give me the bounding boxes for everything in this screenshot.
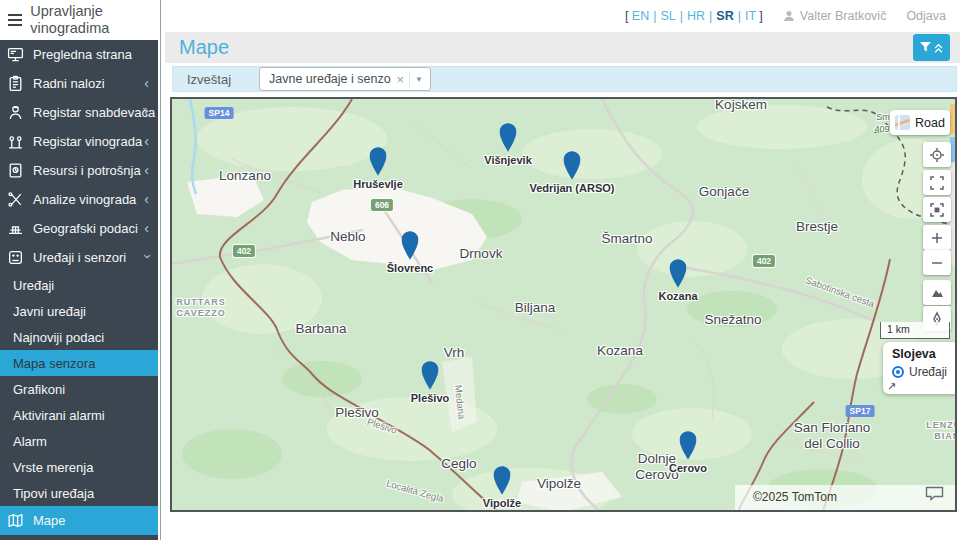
chevron-down-icon: ‹ [140,253,154,258]
road-badge: 606 [371,199,393,211]
chevron-left-icon: ‹ [144,221,149,235]
language-link-sr[interactable]: SR [716,9,733,23]
filter-funnel-icon [920,42,931,53]
road-badge: SP14 [205,107,234,119]
map-pin[interactable] [564,151,581,180]
sidebar-item-radni-nalozi[interactable]: Radni nalozi‹ [0,69,158,98]
sidebar-item-label: Pregledna strana [33,47,132,62]
chevron-left-icon: ‹ [144,163,149,177]
chevron-left-icon: ‹ [144,134,149,148]
clipboard-icon [4,75,26,93]
sidebar-item-mape[interactable]: Mape [0,506,158,535]
expand-arrow-icon[interactable]: ↗ [887,380,896,393]
chevron-left-icon: ‹ [144,76,149,90]
sidebar-item-label: Javni uređaji [13,304,86,319]
zoom-in-button[interactable] [923,225,951,250]
supplier-icon [4,104,26,122]
chevron-left-icon: ‹ [144,105,149,119]
map-style-label: Road [915,116,945,130]
resources-icon [4,162,26,180]
sidebar-item-label: Radni nalozi [33,76,105,91]
center-map-button[interactable] [923,197,951,222]
language-link-hr[interactable]: HR [687,9,705,23]
sidebar-item-grafikoni[interactable]: Grafikoni [0,376,158,402]
separator: | [738,9,741,23]
sidebar-item-mapa-senzora[interactable]: Mapa senzora [0,350,158,376]
user-icon [783,10,795,22]
page-title: Mape [179,36,229,59]
map-icon [4,512,26,530]
sidebar-item-label: Alarm [13,434,47,449]
filter-label: Izveštaj [187,72,249,87]
road-badge: 402 [753,255,775,267]
feedback-bubble-icon[interactable] [925,486,944,505]
sidebar-item-label: Analize vinograda [33,192,136,207]
zoom-out-button[interactable] [923,250,951,275]
hamburger-menu-icon[interactable] [8,14,22,26]
sidebar-item-najnoviji-podaci[interactable]: Najnoviji podaci [0,324,158,350]
app-title: Upravljanje vinogradima [30,3,154,36]
sidebar-item-uredjaji[interactable]: Uređaji [0,272,158,298]
sidebar-item-label: Vrste merenja [13,460,93,475]
sidebar-item-label: Resursi i potrošnja [33,163,141,178]
sidebar-item-javni-uredjaji[interactable]: Javni uređaji [0,298,158,324]
fullscreen-button[interactable] [923,170,951,195]
map-pin[interactable] [370,147,387,176]
sidebar-item-label: Aktivirani alarmi [13,408,105,423]
language-link-sl[interactable]: SL [660,9,675,23]
language-switcher: [ EN|SL|HR|SR|IT ] [625,9,763,23]
language-link-en[interactable]: EN [632,9,649,23]
sidebar-item-label: Najnoviji podaci [13,330,104,345]
map-pin[interactable] [422,361,439,390]
language-link-it[interactable]: IT [745,9,756,23]
map-style-button[interactable]: Road [890,110,950,135]
chevron-left-icon: ‹ [144,192,149,206]
terrain-pitch-button[interactable] [923,280,951,305]
sidebar-item-label: Mapa senzora [13,356,95,371]
sensors-icon [4,249,26,267]
geolocate-button[interactable] [923,142,951,167]
map-canvas[interactable]: KojskemLonzanoNebloDrnovkGonjačeŠmartnoB… [170,97,957,512]
map-pin[interactable] [670,259,687,288]
map-pin[interactable] [402,231,419,260]
report-dropdown[interactable]: Javne uređaje i senzori × ▼ [259,67,431,91]
sidebar-item-pregledna-strana[interactable]: Pregledna strana [0,40,158,69]
sidebar-item-label: Geografski podaci [33,221,138,236]
map-scale: 1 km [880,322,950,339]
separator: | [680,9,683,23]
topbar: [ EN|SL|HR|SR|IT ] Valter Bratkovič Odja… [165,0,960,32]
sidebar-item-geografski-podaci[interactable]: Geografski podaci‹ [0,214,158,243]
filter-toggle-button[interactable] [913,34,950,61]
sidebar-item-tipovi-uredjaja[interactable]: Tipovi uređaja [0,480,158,506]
vineyard-icon [4,133,26,151]
radio-checked-icon[interactable] [892,366,904,378]
map-pin[interactable] [680,431,697,460]
sidebar-item-label: Uređaji [13,278,54,293]
map-style-icon [895,115,910,130]
clear-icon[interactable]: × [391,72,409,87]
sidebar-item-label: Uređaji i senzori [33,250,126,265]
caret-down-icon[interactable]: ▼ [409,71,430,87]
sidebar-item-aktivirani-alarmi[interactable]: Aktivirani alarmi [0,402,158,428]
sidebar-item-analize-vinograda[interactable]: Analize vinograda‹ [0,185,158,214]
sidebar-item-resursi-i-potrosnja[interactable]: Resursi i potrošnja‹ [0,156,158,185]
separator: | [709,9,712,23]
sidebar-item-registar-snabdevaca[interactable]: Registar snabdevača‹ [0,98,158,127]
bracket: [ [625,9,632,23]
page-header: Mape [165,32,960,63]
sidebar-item-alarm[interactable]: Alarm [0,428,158,454]
collapse-chevron-icon [934,43,943,53]
bracket: ] [756,9,763,23]
sidebar-item-vrste-merenja[interactable]: Vrste merenja [0,454,158,480]
logout-link[interactable]: Odjava [906,9,946,23]
sidebar-item-registar-vinograda[interactable]: Registar vinograda‹ [0,127,158,156]
map-pin[interactable] [494,466,511,495]
filter-bar: Izveštaj Javne uređaje i senzori × ▼ [172,66,957,92]
layers-panel-title: Slojeva [892,347,953,361]
layer-option-devices[interactable]: Uređaji [892,365,953,379]
sidebar-item-uredjaji-i-senzori[interactable]: Uređaji i senzori‹ [0,243,158,272]
map-pin[interactable] [500,123,517,152]
sidebar-item-label: Mape [33,513,66,528]
road-badge: 402 [233,245,255,257]
dashboard-icon [4,46,26,64]
